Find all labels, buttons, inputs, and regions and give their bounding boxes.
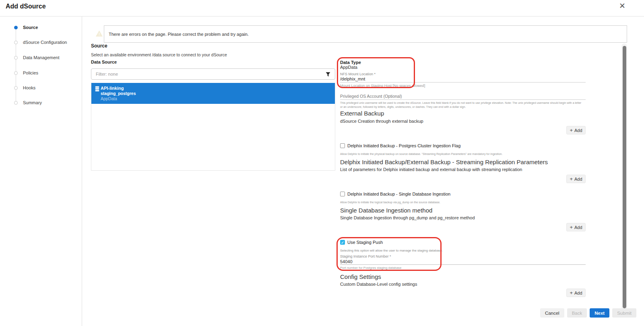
database-icon	[95, 86, 99, 92]
cluster-ingestion-flag-helper: Allow Delphix to initiate the physical b…	[340, 152, 502, 156]
staging-port-field[interactable]: 54040	[340, 259, 353, 264]
staging-port-helper: Port number for Postgres staging databas…	[340, 266, 402, 270]
scrollbar-thumb[interactable]	[623, 46, 626, 308]
plus-icon: +	[570, 127, 573, 133]
check-icon: ✓	[341, 241, 344, 245]
back-button[interactable]: Back	[567, 308, 587, 318]
data-source-label: Data Source	[91, 60, 117, 64]
data-source-type: AppData	[101, 96, 117, 101]
use-staging-push-helper: Selecting this option will allow the use…	[340, 249, 443, 252]
stepper-item-summary[interactable]: Summary	[23, 100, 42, 105]
data-source-subtitle: staging_postgres	[101, 91, 136, 96]
data-source-title: API-linking	[101, 86, 124, 91]
data-type-value: AppData	[340, 65, 357, 70]
staging-port-label: Staging Instance Port Number *	[340, 254, 391, 258]
add-button-label: Add	[574, 128, 582, 133]
step-dot-source	[14, 26, 18, 29]
header-divider	[0, 16, 644, 17]
nfs-mount-underline	[340, 82, 586, 83]
add-button-label: Add	[574, 291, 582, 295]
cluster-ingestion-flag-checkbox[interactable]	[340, 143, 345, 148]
warning-triangle-icon	[96, 31, 103, 37]
single-db-method-description: Single Database Ingestion through pg_dum…	[340, 215, 475, 220]
filter-funnel-icon[interactable]	[326, 72, 330, 77]
step-dot-policies	[14, 71, 18, 75]
data-type-label: Data Type	[340, 60, 361, 65]
source-section-subheading: Select an available environment /data so…	[91, 52, 227, 57]
stepper-item-dsource-configuration[interactable]: dSource Configuration	[23, 40, 67, 45]
use-staging-push-label: Use Staging Push	[347, 240, 383, 245]
privileged-os-account-helper: This privileged unix username will be us…	[340, 101, 582, 109]
stepper-rail	[16, 29, 16, 103]
add-external-backup-button[interactable]: + Add	[566, 126, 586, 134]
stepper-item-data-management[interactable]: Data Management	[23, 55, 60, 60]
step-dot-dsource-configuration	[14, 41, 18, 44]
external-backup-heading: External Backup	[340, 110, 384, 117]
nfs-mount-helper: Mount Location on Staging Host [No space…	[340, 84, 425, 88]
plus-icon: +	[570, 290, 573, 296]
single-db-ingestion-label: Delphix Initiated Backup - Single Databa…	[347, 192, 450, 196]
next-button[interactable]: Next	[590, 308, 609, 318]
config-settings-heading: Config Settings	[340, 273, 381, 280]
nfs-mount-location-label: NFS Mount Location *	[340, 72, 376, 76]
source-section-heading: Source	[91, 43, 107, 49]
privileged-os-account-field[interactable]	[340, 99, 586, 100]
step-dot-hooks	[14, 86, 18, 90]
add-button-label: Add	[574, 225, 582, 230]
stepper-item-policies[interactable]: Policies	[23, 70, 38, 75]
single-db-ingestion-checkbox[interactable]	[340, 192, 345, 196]
submit-button[interactable]: Submit	[612, 308, 636, 318]
streaming-replication-heading: Delphix Initiated Backup/External Backup…	[340, 159, 548, 165]
add-button-label: Add	[574, 177, 582, 182]
data-source-filter[interactable]	[91, 68, 335, 80]
add-streaming-replication-button[interactable]: + Add	[566, 175, 586, 183]
add-dsource-dialog: Add dSource ✕ Source dSource Configurati…	[0, 0, 644, 326]
config-settings-description: Custom Database-Level config settings	[340, 282, 417, 287]
external-backup-description: dSource Creation through external backup	[340, 119, 423, 124]
page-title: Add dSource	[6, 3, 46, 10]
staging-port-underline	[340, 264, 586, 265]
add-single-db-method-button[interactable]: + Add	[566, 223, 586, 231]
sidebar-divider	[82, 17, 82, 326]
cancel-button[interactable]: Cancel	[540, 308, 564, 318]
add-config-settings-button[interactable]: + Add	[566, 289, 586, 297]
nfs-mount-location-field[interactable]: /delphix_mnt	[340, 76, 365, 81]
data-source-list: API-linking staging_postgres AppData	[91, 83, 335, 171]
error-banner-text: There are errors on the page. Please cor…	[109, 32, 249, 37]
plus-icon: +	[570, 176, 573, 182]
filter-input[interactable]	[96, 69, 321, 79]
stepper-item-hooks[interactable]: Hooks	[23, 85, 35, 90]
step-dot-data-management	[14, 56, 18, 60]
close-icon[interactable]: ✕	[619, 2, 625, 10]
cluster-ingestion-flag-label: Delphix Initiated Backup - Postgres Clus…	[347, 143, 460, 148]
plus-icon: +	[570, 224, 573, 230]
streaming-replication-description: List of parameters for Delphix initiated…	[340, 167, 522, 172]
privileged-os-account-label: Privileged OS Account (Optional)	[340, 94, 402, 99]
step-dot-summary	[14, 101, 18, 105]
use-staging-push-checkbox[interactable]: ✓	[340, 240, 345, 245]
stepper-item-source[interactable]: Source	[23, 25, 38, 30]
single-db-method-heading: Single Database Ingestion method	[340, 207, 432, 214]
single-db-ingestion-helper: Allow Delphix to initiate the logical ba…	[340, 200, 440, 204]
data-source-row-selected[interactable]: API-linking staging_postgres AppData	[91, 83, 335, 104]
footer-actions: Cancel Back Next Submit	[540, 308, 636, 318]
